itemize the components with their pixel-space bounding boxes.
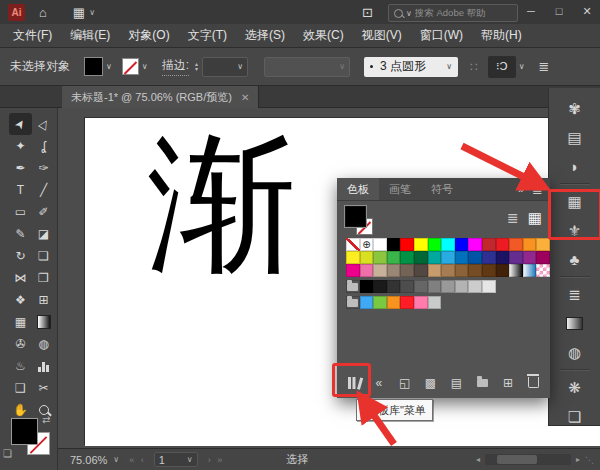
- shape-builder-tool[interactable]: ❖: [9, 289, 32, 311]
- swatch[interactable]: [468, 251, 482, 264]
- swatch[interactable]: [441, 238, 455, 251]
- mesh-tool[interactable]: ▦: [9, 311, 32, 333]
- screen-mode-icon[interactable]: ⊡: [362, 6, 373, 19]
- appearance-panel-icon[interactable]: ❋: [558, 373, 592, 402]
- swatch[interactable]: [400, 296, 414, 309]
- scroll-right-icon[interactable]: ▸: [576, 455, 580, 464]
- swatch[interactable]: [482, 251, 496, 264]
- menu-item-4[interactable]: 选择(S): [236, 27, 294, 44]
- magic-wand-tool[interactable]: ✦: [9, 135, 32, 157]
- eraser-tool[interactable]: ◪: [32, 223, 55, 245]
- selection-tool[interactable]: ➤: [9, 113, 32, 135]
- swatch[interactable]: [373, 264, 387, 277]
- zoom-level[interactable]: 75.06%: [70, 454, 107, 466]
- type-tool[interactable]: T: [9, 179, 32, 201]
- list-view-icon[interactable]: ≣: [507, 210, 519, 226]
- grid-view-icon[interactable]: ▦: [528, 209, 542, 227]
- swatch[interactable]: [455, 280, 469, 293]
- gradient-panel-icon[interactable]: [558, 309, 592, 338]
- swatch[interactable]: [428, 238, 442, 251]
- swatch[interactable]: [373, 238, 387, 251]
- add-to-library-button[interactable]: ◱: [395, 374, 415, 391]
- stroke-weight-stepper[interactable]: ▴ ▾: [195, 62, 198, 72]
- collapse-panel-icon[interactable]: »: [518, 183, 524, 195]
- swatch[interactable]: [414, 280, 428, 293]
- swatch[interactable]: [496, 264, 510, 277]
- swatch[interactable]: [400, 264, 414, 277]
- default-fill-stroke-icon[interactable]: ❏: [3, 448, 12, 459]
- swatch-gradient[interactable]: [523, 264, 537, 277]
- slice-tool[interactable]: ✂: [32, 377, 55, 399]
- chevron-down-icon[interactable]: ∨: [113, 455, 119, 464]
- swatch-pattern[interactable]: [536, 264, 550, 277]
- panel-tab-色板[interactable]: 色板: [337, 178, 379, 200]
- scrollbar-thumb[interactable]: [497, 455, 537, 464]
- panel-menu-icon[interactable]: ≣: [532, 182, 543, 197]
- recolor-artwork-icon[interactable]: ∷: [470, 60, 478, 74]
- line-segment-tool[interactable]: ╱: [32, 179, 55, 201]
- swatch-libraries-panel-icon[interactable]: ◗: [558, 152, 592, 181]
- swatch[interactable]: [482, 238, 496, 251]
- stroke-panel-icon[interactable]: ≣: [558, 280, 592, 309]
- width-profile-select[interactable]: ∨: [264, 57, 350, 77]
- swatch[interactable]: [346, 264, 360, 277]
- swatch[interactable]: [428, 251, 442, 264]
- arrange-documents-icon[interactable]: ▦: [73, 6, 85, 19]
- swatch-gradient[interactable]: [509, 264, 523, 277]
- swatch-options-button[interactable]: ▤: [446, 374, 466, 391]
- swatch[interactable]: [387, 238, 401, 251]
- menu-item-1[interactable]: 编辑(E): [61, 27, 119, 44]
- swatch[interactable]: [400, 251, 414, 264]
- menu-item-8[interactable]: 帮助(H): [472, 27, 531, 44]
- next-last-artboard-icons[interactable]: › »: [208, 455, 225, 465]
- swatch[interactable]: [360, 264, 374, 277]
- minimize-button[interactable]: ─: [518, 0, 544, 22]
- color-group-folder-icon[interactable]: [346, 280, 360, 293]
- shaper-tool[interactable]: ✎: [9, 223, 32, 245]
- menu-item-5[interactable]: 效果(C): [294, 27, 353, 44]
- swatch[interactable]: [441, 251, 455, 264]
- menu-item-7[interactable]: 窗口(W): [411, 27, 472, 44]
- new-swatch-button[interactable]: ⊞: [498, 374, 518, 391]
- swatch[interactable]: [536, 238, 550, 251]
- swatch[interactable]: [414, 251, 428, 264]
- lasso-tool[interactable]: ʆ: [32, 135, 55, 157]
- paintbrush-tool[interactable]: ✐: [32, 201, 55, 223]
- eyedropper-tool[interactable]: ✇: [9, 333, 32, 355]
- swatch[interactable]: [387, 251, 401, 264]
- swatch[interactable]: [414, 296, 428, 309]
- panel-tab-画笔[interactable]: 画笔: [379, 178, 421, 200]
- close-button[interactable]: ✕: [574, 0, 600, 22]
- panel-tab-符号[interactable]: 符号: [421, 178, 463, 200]
- swatch[interactable]: [441, 264, 455, 277]
- swap-fill-stroke-icon[interactable]: ⇄: [42, 414, 50, 425]
- maximize-button[interactable]: □: [546, 0, 572, 22]
- swatch[interactable]: [360, 251, 374, 264]
- swatch[interactable]: [414, 238, 428, 251]
- search-input[interactable]: ∨ 搜索 Adobe 帮助: [388, 4, 518, 22]
- color-group-folder-icon[interactable]: [346, 296, 360, 309]
- chevron-down-icon[interactable]: ∨: [519, 62, 525, 71]
- free-transform-tool[interactable]: ❐: [32, 267, 55, 289]
- direct-selection-tool[interactable]: ▷: [32, 113, 55, 135]
- swatch[interactable]: [482, 280, 496, 293]
- artboard-tool[interactable]: ❑: [9, 377, 32, 399]
- swatch-kinds-menu-button[interactable]: «: [369, 374, 389, 391]
- symbol-sprayer-tool[interactable]: ♨: [9, 355, 32, 377]
- swatch[interactable]: [468, 264, 482, 277]
- graphic-styles-panel-icon[interactable]: ❏: [558, 402, 592, 431]
- swatch[interactable]: [536, 251, 550, 264]
- gradient-tool[interactable]: [32, 311, 55, 333]
- artboard-text[interactable]: 渐: [147, 126, 297, 284]
- swatch[interactable]: [482, 264, 496, 277]
- swatch[interactable]: [360, 296, 374, 309]
- swatch[interactable]: [373, 280, 387, 293]
- swatch[interactable]: [400, 238, 414, 251]
- rectangle-tool[interactable]: ▭: [9, 201, 32, 223]
- transparency-panel-icon[interactable]: ◍: [558, 338, 592, 367]
- swatch[interactable]: [455, 264, 469, 277]
- menu-item-6[interactable]: 视图(V): [353, 27, 411, 44]
- swatch-none[interactable]: [346, 238, 360, 251]
- shape-properties-toggle[interactable]: ⁝Ɔ: [488, 56, 516, 78]
- swatch-registration[interactable]: ⊕: [360, 238, 374, 251]
